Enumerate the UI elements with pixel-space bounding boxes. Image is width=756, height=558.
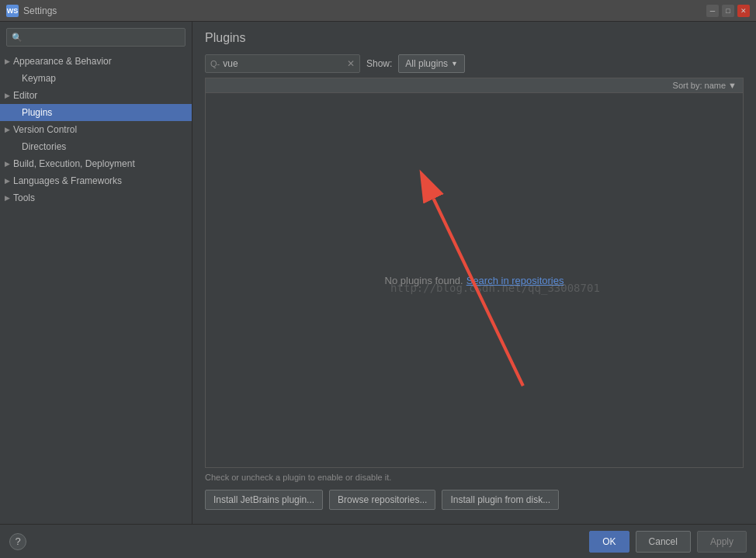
footer-left: ?	[9, 533, 26, 550]
sidebar-item-label: Tools	[13, 192, 35, 203]
sidebar-item-label: Plugins	[22, 107, 52, 118]
plugin-search-row: Q- ✕ Show: All plugins ▼	[205, 54, 744, 73]
sidebar-item-directories[interactable]: Directories	[0, 138, 192, 155]
cancel-button[interactable]: Cancel	[636, 531, 691, 553]
install-from-disk-button[interactable]: Install plugin from disk...	[442, 490, 559, 510]
clear-search-button[interactable]: ✕	[347, 59, 355, 68]
dialog-body: 🔍 ▶ Appearance & Behavior Keymap ▶ Edito…	[0, 22, 756, 524]
dropdown-arrow-icon: ▼	[451, 60, 458, 68]
sidebar-search-input[interactable]	[26, 32, 180, 43]
plugin-hint: Check or uncheck a plugin to enable or d…	[205, 468, 744, 485]
plugin-search-box[interactable]: Q- ✕	[205, 54, 360, 73]
expand-arrow-icon: ▶	[5, 177, 10, 185]
main-content: Plugins Q- ✕ Show: All plugins ▼ Sort by…	[192, 22, 756, 524]
search-q-icon: Q-	[210, 59, 220, 68]
expand-arrow-icon: ▶	[5, 92, 10, 99]
sidebar-search-box[interactable]: 🔍	[6, 28, 186, 47]
maximize-button[interactable]: □	[722, 5, 734, 17]
sort-label: Sort by: name	[673, 81, 726, 90]
plugin-list-body: No plugins found. Search in repositories…	[206, 93, 743, 467]
sidebar-item-appearance[interactable]: ▶ Appearance & Behavior	[0, 53, 192, 70]
sidebar-item-label: Directories	[22, 141, 66, 152]
sidebar-item-label: Keymap	[22, 73, 56, 84]
show-label: Show:	[366, 58, 392, 69]
show-dropdown[interactable]: All plugins ▼	[398, 54, 465, 73]
svg-line-1	[434, 199, 523, 386]
window-controls: ─ □ ✕	[706, 5, 750, 17]
no-plugins-text: No plugins found.	[385, 275, 463, 286]
section-title: Plugins	[205, 31, 744, 45]
help-icon: ?	[15, 535, 20, 547]
sidebar-item-tools[interactable]: ▶ Tools	[0, 189, 192, 206]
settings-dialog: 🔍 ▶ Appearance & Behavior Keymap ▶ Edito…	[0, 22, 756, 558]
sidebar-item-label: Languages & Frameworks	[13, 175, 122, 186]
apply-button[interactable]: Apply	[697, 531, 747, 553]
search-icon: 🔍	[12, 33, 23, 43]
expand-arrow-icon: ▶	[5, 160, 10, 168]
ok-button[interactable]: OK	[589, 531, 629, 553]
expand-arrow-icon: ▶	[5, 126, 10, 133]
expand-arrow-icon: ▶	[5, 194, 10, 202]
browse-repos-button[interactable]: Browse repositories...	[329, 490, 435, 510]
sidebar-item-version-control[interactable]: ▶ Version Control	[0, 121, 192, 138]
sidebar-item-label: Version Control	[13, 124, 77, 135]
install-jetbrains-button[interactable]: Install JetBrains plugin...	[205, 490, 323, 510]
sidebar: 🔍 ▶ Appearance & Behavior Keymap ▶ Edito…	[0, 22, 192, 524]
sidebar-item-keymap[interactable]: Keymap	[0, 70, 192, 87]
sidebar-item-label: Build, Execution, Deployment	[13, 158, 135, 169]
sort-arrow-icon: ▼	[728, 81, 737, 90]
sidebar-item-build[interactable]: ▶ Build, Execution, Deployment	[0, 155, 192, 172]
dialog-footer: ? OK Cancel Apply	[0, 524, 756, 558]
title-bar: WS Settings ─ □ ✕	[0, 0, 756, 22]
app-icon: WS	[6, 5, 19, 17]
sidebar-item-plugins[interactable]: Plugins	[0, 104, 192, 121]
footer-right: OK Cancel Apply	[589, 531, 747, 553]
plugin-search-input[interactable]	[223, 58, 347, 69]
sidebar-item-label: Appearance & Behavior	[13, 56, 112, 67]
expand-arrow-icon: ▶	[5, 57, 10, 65]
help-button[interactable]: ?	[9, 533, 26, 550]
minimize-button[interactable]: ─	[706, 5, 719, 17]
close-button[interactable]: ✕	[737, 5, 750, 17]
no-plugins-message: No plugins found. Search in repositories	[385, 275, 564, 286]
window-title: Settings	[23, 5, 706, 16]
show-selected-value: All plugins	[405, 58, 448, 69]
sidebar-item-label: Editor	[13, 90, 37, 101]
sidebar-item-editor[interactable]: ▶ Editor	[0, 87, 192, 104]
plugin-list-container: Sort by: name ▼ No plugins found. Search…	[205, 78, 744, 468]
plugin-action-buttons: Install JetBrains plugin... Browse repos…	[205, 485, 744, 515]
sidebar-item-languages[interactable]: ▶ Languages & Frameworks	[0, 172, 192, 189]
search-in-repos-link[interactable]: Search in repositories	[466, 275, 564, 286]
sort-bar[interactable]: Sort by: name ▼	[206, 78, 743, 93]
